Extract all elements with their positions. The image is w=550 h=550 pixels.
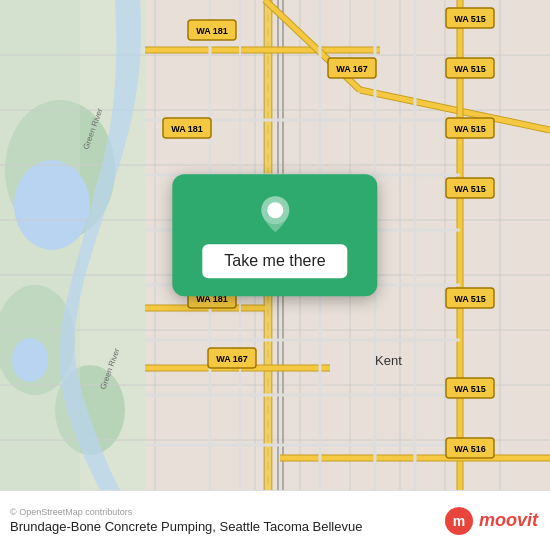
svg-point-7 <box>12 338 48 382</box>
svg-text:WA 515: WA 515 <box>454 14 486 24</box>
svg-point-83 <box>269 204 281 216</box>
take-me-there-button[interactable]: Take me there <box>202 244 347 278</box>
svg-text:WA 515: WA 515 <box>454 124 486 134</box>
svg-text:Kent: Kent <box>375 353 402 368</box>
map-container: Green River Green River <box>0 0 550 490</box>
svg-text:WA 515: WA 515 <box>454 294 486 304</box>
svg-text:WA 167: WA 167 <box>216 354 248 364</box>
svg-text:WA 167: WA 167 <box>336 64 368 74</box>
bottom-bar: © OpenStreetMap contributors Brundage-Bo… <box>0 490 550 550</box>
copyright-text: © OpenStreetMap contributors <box>10 507 443 517</box>
bottom-info: © OpenStreetMap contributors Brundage-Bo… <box>10 507 443 534</box>
place-name: Brundage-Bone Concrete Pumping, Seattle … <box>10 519 443 534</box>
moovit-text: moovit <box>479 510 538 531</box>
svg-text:WA 516: WA 516 <box>454 444 486 454</box>
svg-text:WA 515: WA 515 <box>454 64 486 74</box>
svg-text:WA 181: WA 181 <box>171 124 203 134</box>
svg-text:WA 515: WA 515 <box>454 184 486 194</box>
svg-text:WA 181: WA 181 <box>196 26 228 36</box>
moovit-icon: m <box>443 505 475 537</box>
location-pin-icon <box>253 192 297 236</box>
popup-card: Take me there <box>172 174 377 296</box>
svg-text:WA 515: WA 515 <box>454 384 486 394</box>
svg-text:m: m <box>453 513 465 529</box>
svg-point-6 <box>14 160 90 250</box>
moovit-logo: m moovit <box>443 505 538 537</box>
